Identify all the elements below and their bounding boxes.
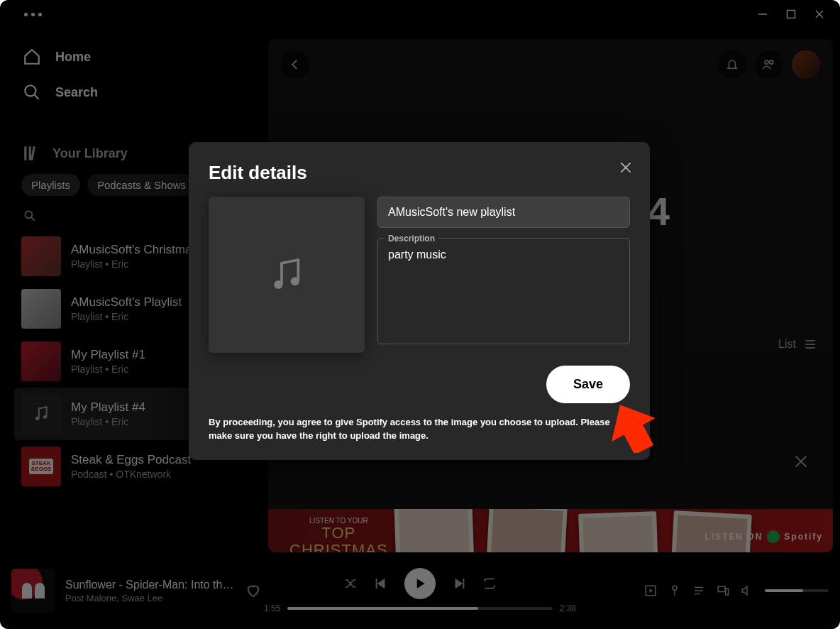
modal-close-button[interactable] — [619, 160, 633, 175]
svg-point-37 — [274, 280, 282, 289]
edit-details-modal: Edit details Description Save By proceed… — [189, 142, 650, 460]
playlist-description-input[interactable] — [377, 238, 630, 344]
close-icon — [619, 160, 633, 175]
description-label: Description — [385, 234, 438, 244]
save-button[interactable]: Save — [546, 366, 630, 403]
modal-title: Edit details — [209, 162, 630, 184]
svg-point-38 — [291, 277, 299, 285]
playlist-cover-upload[interactable] — [209, 197, 365, 353]
playlist-name-input[interactable] — [377, 197, 630, 228]
app-window: Home Search Your Library Playlists Podca… — [0, 0, 840, 629]
upload-disclaimer: By proceeding, you agree to give Spotify… — [209, 416, 630, 443]
music-note-icon — [267, 255, 306, 295]
